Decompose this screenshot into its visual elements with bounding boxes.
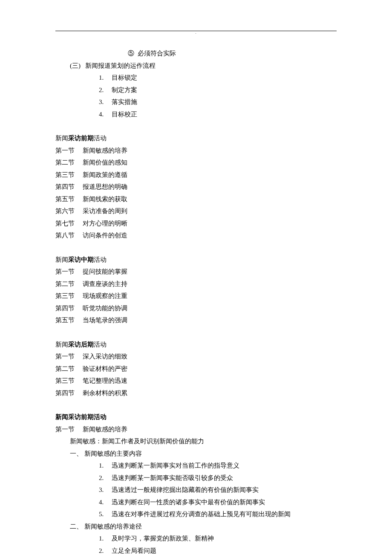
item-number: 2. (99, 84, 112, 96)
section-3-heading: (三) 新闻报道策划的运作流程 (55, 60, 337, 72)
toc-row: 第四节剩余材料的积累 (55, 387, 337, 399)
list-item: 2. 制定方案 (99, 84, 337, 96)
toc-label: 第五节 (55, 314, 83, 327)
toc-late-sections: 第一节深入采访的细致 第二节验证材料的严密 第三节笔记整理的迅速 第四节剩余材料… (55, 350, 337, 399)
toc-row: 第一节提问技能的掌握 (55, 266, 337, 278)
list-item: 3.迅速透过一般规律挖掘出隐藏着的有价值的新闻事实 (99, 484, 337, 496)
toc-heading-mid: 新闻采访中期活动 (55, 254, 337, 266)
section-3-items: 1. 目标锁定 2. 制定方案 3. 落实措施 4. 目标校正 (55, 72, 337, 120)
body-section-1-title: 第一节 新闻敏感的培养 (55, 423, 337, 436)
toc-label: 第四节 (55, 181, 83, 193)
toc-text: 报道思想的明确 (83, 181, 337, 193)
toc-text: 剩余材料的积累 (83, 387, 337, 399)
item-number: 3. (99, 96, 112, 108)
sub2-items: 1.及时学习，掌握党的新政策、新精神 2.立足全局看问题 3.十分熟悉点上的情况… (55, 532, 337, 555)
item-number: 3. (99, 484, 112, 496)
item-number: 2. (99, 472, 112, 484)
toc-text: 当场笔录的强调 (83, 314, 337, 327)
item-number: 1. (99, 72, 112, 84)
toc-text: 提问技能的掌握 (83, 266, 337, 278)
sub2-heading: 二、 新闻敏感的培养途径 (55, 520, 337, 533)
toc-row: 第七节对方心理的明晰 (55, 217, 337, 230)
toc-label: 第三节 (55, 290, 83, 302)
toc-label: 第三节 (55, 375, 83, 387)
list-item: 1. 目标锁定 (99, 72, 337, 84)
item-number: 2. (99, 545, 112, 555)
section-title: 新闻敏感的培养 (83, 423, 337, 436)
list-item: 2.迅速判断某一新闻事实能否吸引较多的受众 (99, 472, 337, 484)
toc-text: 采访准备的周到 (83, 205, 337, 217)
item-text: 目标锁定 (112, 72, 337, 84)
toc-label: 第四节 (55, 387, 83, 399)
toc-row: 第四节听觉功能的协调 (55, 302, 337, 315)
header-rule: . (55, 31, 337, 31)
item-number: 4. (99, 496, 112, 509)
toc-row: 第三节笔记整理的迅速 (55, 375, 337, 387)
toc-row: 第二节调查座谈的主持 (55, 278, 337, 290)
toc-row: 第五节当场笔录的强调 (55, 314, 337, 327)
toc-text: 验证材料的严密 (83, 363, 337, 375)
item-text: 立足全局看问题 (112, 545, 337, 555)
toc-row: 第六节采访准备的周到 (55, 205, 337, 217)
toc-label: 第三节 (55, 169, 83, 181)
item-text: 迅速判断在同一性质的诸多事实中最有价值的新闻事实 (112, 496, 337, 509)
toc-early-sections: 第一节新闻敏感的培养 第二节新闻价值的感知 第三节新闻政策的遵循 第四节报道思想… (55, 145, 337, 242)
toc-text: 听觉功能的协调 (83, 302, 337, 315)
toc-row: 第一节深入采访的细致 (55, 350, 337, 363)
item-text: 目标校正 (112, 108, 337, 121)
toc-text: 笔记整理的迅速 (83, 375, 337, 387)
toc-label: 第八节 (55, 229, 83, 242)
toc-row: 第一节新闻敏感的培养 (55, 145, 337, 157)
list-item: 1.迅速判断某一新闻事实对当前工作的指导意义 (99, 460, 337, 472)
section-label: 第一节 (55, 423, 83, 436)
toc-heading-late: 新闻采访后期活动 (55, 338, 337, 351)
toc-label: 第一节 (55, 266, 83, 278)
toc-label: 第二节 (55, 278, 83, 290)
sub1-items: 1.迅速判断某一新闻事实对当前工作的指导意义 2.迅速判断某一新闻事实能否吸引较… (55, 460, 337, 520)
list-item: 2.立足全局看问题 (99, 545, 337, 555)
toc-text: 新闻敏感的培养 (83, 145, 337, 157)
item-text: 迅速透过一般规律挖掘出隐藏着的有价值的新闻事实 (112, 484, 337, 496)
toc-text: 对方心理的明晰 (83, 217, 337, 230)
toc-row: 第三节新闻政策的遵循 (55, 169, 337, 181)
list-item: 1.及时学习，掌握党的新政策、新精神 (99, 532, 337, 545)
toc-label: 第二节 (55, 156, 83, 169)
item-number: 5. (99, 508, 112, 520)
toc-text: 调查座谈的主持 (83, 278, 337, 290)
toc-mid-sections: 第一节提问技能的掌握 第二节调查座谈的主持 第三节现场观察的注重 第四节听觉功能… (55, 266, 337, 327)
toc-label: 第六节 (55, 205, 83, 217)
toc-label: 第五节 (55, 193, 83, 205)
toc-row: 第五节新闻线索的获取 (55, 193, 337, 205)
toc-text: 访问条件的创造 (83, 229, 337, 242)
item-number: 1. (99, 532, 112, 545)
list-item: 4.迅速判断在同一性质的诸多事实中最有价值的新闻事实 (99, 496, 337, 509)
item-text: 迅速在对事件进展过程充分调查的基础上预见有可能出现的新闻 (112, 508, 337, 520)
item-text: 及时学习，掌握党的新政策、新精神 (112, 532, 337, 545)
toc-text: 新闻政策的遵循 (83, 169, 337, 181)
toc-label: 第一节 (55, 350, 83, 363)
toc-text: 新闻线索的获取 (83, 193, 337, 205)
list-item: 4. 目标校正 (99, 108, 337, 121)
header-dot: . (196, 29, 197, 36)
definition-line: 新闻敏感：新闻工作者及时识别新闻价值的能力 (55, 435, 337, 448)
toc-row: 第三节现场观察的注重 (55, 290, 337, 302)
list-item: 5.迅速在对事件进展过程充分调查的基础上预见有可能出现的新闻 (99, 508, 337, 520)
item-number: 4. (99, 108, 112, 121)
item-text: 迅速判断某一新闻事实能否吸引较多的受众 (112, 472, 337, 484)
toc-label: 第四节 (55, 302, 83, 315)
toc-text: 新闻价值的感知 (83, 156, 337, 169)
toc-text: 现场观察的注重 (83, 290, 337, 302)
toc-label: 第一节 (55, 145, 83, 157)
item-text: 迅速判断某一新闻事实对当前工作的指导意义 (112, 460, 337, 472)
toc-row: 第四节报道思想的明确 (55, 181, 337, 193)
item-number: 1. (99, 460, 112, 472)
toc-heading-early: 新闻采访前期活动 (55, 132, 337, 145)
toc-row: 第二节验证材料的严密 (55, 363, 337, 375)
item-text: 落实措施 (112, 96, 337, 108)
toc-label: 第七节 (55, 217, 83, 230)
toc-row: 第八节访问条件的创造 (55, 229, 337, 242)
circled-item-5: ⑤ 必须符合实际 (55, 47, 337, 60)
body-heading: 新闻采访前期活动 (55, 411, 337, 423)
list-item: 3. 落实措施 (99, 96, 337, 108)
toc-row: 第二节新闻价值的感知 (55, 156, 337, 169)
